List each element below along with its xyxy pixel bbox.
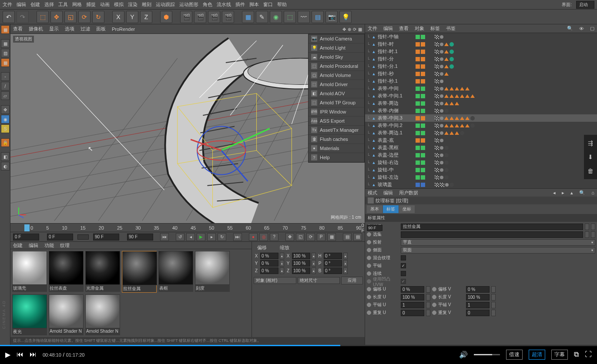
- axis-x-icon[interactable]: X: [112, 11, 124, 23]
- undo-icon[interactable]: ↶: [3, 11, 15, 23]
- attr-tab-edit[interactable]: 编辑: [383, 190, 393, 196]
- spinner[interactable]: [491, 294, 496, 301]
- obj-eye-icon[interactable]: 👁: [579, 26, 584, 31]
- menu-tracker[interactable]: 运动跟踪: [156, 1, 175, 8]
- vp-display[interactable]: 显示: [49, 26, 59, 32]
- spinner[interactable]: ▴: [280, 267, 284, 274]
- pip-icon[interactable]: ⧉: [574, 351, 579, 358]
- coord-input[interactable]: [324, 253, 342, 259]
- arnold-item-11[interactable]: 🗑Flush caches: [309, 135, 364, 144]
- visibility-toggle[interactable]: [416, 175, 420, 180]
- player-play-icon[interactable]: ▶: [5, 351, 10, 359]
- attr-anim-dot[interactable]: [367, 287, 371, 291]
- spinner[interactable]: ▴: [343, 267, 348, 274]
- frame-start-input[interactable]: [13, 234, 39, 240]
- attr-anim-dot[interactable]: [367, 279, 371, 284]
- locked-icon[interactable]: 🔒: [1, 138, 10, 147]
- attr-anim-dot[interactable]: [432, 295, 436, 299]
- tag-circle-icon[interactable]: [444, 109, 449, 113]
- vp-view[interactable]: 查看: [13, 26, 23, 32]
- tag-checker-icon[interactable]: [435, 101, 439, 106]
- render-pv-icon[interactable]: 🎬: [222, 11, 234, 23]
- spinner[interactable]: ▴: [280, 260, 284, 267]
- tag-poly-icon[interactable]: [449, 117, 454, 120]
- tag-checker-icon[interactable]: [435, 116, 439, 120]
- obj-tab-tags[interactable]: 标签: [430, 25, 440, 32]
- render-toggle[interactable]: [421, 35, 425, 39]
- attr-tab-user[interactable]: 用户数据: [399, 190, 418, 196]
- object-name[interactable]: 指针-时: [378, 41, 415, 47]
- tag-poly-icon[interactable]: [455, 87, 459, 90]
- attr-anim-dot[interactable]: [432, 311, 436, 315]
- key-param-icon[interactable]: P: [317, 233, 325, 241]
- coord-size-dropdown[interactable]: 绝对尺寸: [298, 277, 340, 284]
- menu-file[interactable]: 文件: [3, 1, 12, 8]
- attr-arrow-icon[interactable]: [591, 231, 595, 238]
- visibility-toggle[interactable]: [416, 35, 420, 39]
- object-name[interactable]: 指针-分.1: [378, 63, 415, 70]
- menu-render[interactable]: 渲染: [128, 1, 138, 8]
- menu-select[interactable]: 选择: [44, 1, 54, 8]
- attr-anim-dot[interactable]: [367, 240, 371, 244]
- coord-input[interactable]: [324, 267, 342, 274]
- render-toggle[interactable]: [421, 64, 425, 69]
- render-toggle[interactable]: [421, 116, 425, 120]
- tag-dot-icon[interactable]: [440, 131, 443, 135]
- record-icon[interactable]: ●: [249, 233, 258, 241]
- menu-snap[interactable]: 捕捉: [86, 1, 96, 8]
- attr-anim-dot[interactable]: [367, 256, 371, 260]
- object-name[interactable]: 玻璃盖: [378, 181, 415, 188]
- material-item[interactable]: 拉丝表盘: [49, 251, 84, 293]
- tag-circle-icon[interactable]: [470, 124, 475, 128]
- vp-filter[interactable]: 过滤: [80, 26, 90, 32]
- tag-poly-icon[interactable]: [465, 94, 470, 98]
- visibility-toggle[interactable]: [416, 160, 420, 165]
- tag-dot-icon[interactable]: [440, 168, 443, 172]
- frame-end2-input[interactable]: [127, 234, 153, 240]
- tag-poly-icon[interactable]: [444, 87, 449, 90]
- attr-field[interactable]: [401, 231, 583, 238]
- visibility-toggle[interactable]: [416, 153, 420, 157]
- coord-apply-button[interactable]: 应用: [341, 277, 363, 284]
- texture-mode-icon[interactable]: ▨: [1, 49, 10, 57]
- tag-dot-icon[interactable]: [440, 87, 443, 90]
- menu-window[interactable]: 窗口: [263, 1, 273, 8]
- tag-circle-icon[interactable]: [460, 131, 464, 135]
- axis-mode-icon[interactable]: ✥: [1, 105, 10, 114]
- volume-icon[interactable]: 🔊: [459, 351, 468, 359]
- coord-input[interactable]: [324, 260, 342, 267]
- key-scale-icon[interactable]: ◱: [296, 233, 305, 241]
- attr-checkbox[interactable]: [401, 263, 406, 268]
- tag-poly-icon[interactable]: [444, 124, 449, 127]
- tag-circle-icon[interactable]: [444, 175, 449, 180]
- live-select-icon[interactable]: ⬚: [37, 11, 49, 23]
- object-name[interactable]: 表带-内侧: [378, 107, 415, 114]
- object-row[interactable]: └▲旋钮-左边: [365, 174, 597, 181]
- attr-dropdown[interactable]: 平直: [401, 239, 595, 246]
- vp-panel[interactable]: 面板: [96, 26, 106, 32]
- tag-poly-icon[interactable]: [460, 87, 464, 90]
- recent-tool-icon[interactable]: ↻: [92, 11, 104, 23]
- tag-circle-icon[interactable]: [449, 57, 454, 61]
- object-name[interactable]: 指针-时.1: [378, 48, 415, 55]
- step-back-icon[interactable]: ◂: [186, 233, 195, 241]
- attr-number-input[interactable]: [401, 286, 424, 293]
- spinner[interactable]: [426, 302, 430, 308]
- autokey-icon[interactable]: ◎: [259, 233, 268, 241]
- vp-prorender[interactable]: ProRender: [112, 27, 135, 32]
- tag-checker-icon[interactable]: [435, 94, 439, 98]
- spinner[interactable]: ▴: [280, 253, 284, 259]
- tag-dot-icon[interactable]: [440, 35, 443, 39]
- tag-dot-icon[interactable]: [445, 183, 449, 187]
- tag-checker-icon[interactable]: [435, 42, 439, 47]
- visibility-toggle[interactable]: [416, 146, 420, 150]
- step-fwd-key-icon[interactable]: ↻: [218, 233, 226, 241]
- render-toggle[interactable]: [421, 94, 425, 98]
- obj-search-icon[interactable]: 🔍: [567, 26, 573, 31]
- tag-checker-icon[interactable]: [435, 146, 439, 150]
- arnold-item-8[interactable]: IPRIPR Window: [309, 107, 364, 117]
- mat-tab-edit[interactable]: 编辑: [29, 242, 38, 249]
- attr-nav-next-icon[interactable]: ▸: [562, 190, 564, 196]
- tag-circle-icon[interactable]: [449, 64, 454, 69]
- mat-tab-tex[interactable]: 纹理: [60, 242, 70, 249]
